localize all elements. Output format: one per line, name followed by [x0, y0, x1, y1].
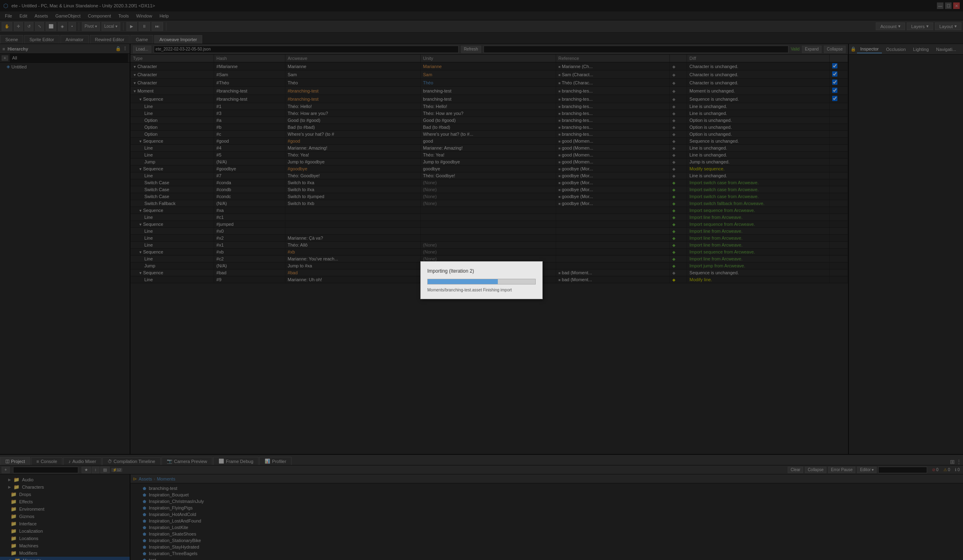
modal-title: Importing (Iteration 2) [427, 268, 536, 274]
modal-progress-bar [427, 279, 536, 284]
modal-progress-fill [428, 279, 498, 284]
modal-status: Moments/branching-test.asset Finishing i… [427, 288, 536, 292]
import-modal: Importing (Iteration 2) Moments/branchin… [420, 261, 543, 299]
modal-overlay: Importing (Iteration 2) Moments/branchin… [0, 0, 963, 560]
